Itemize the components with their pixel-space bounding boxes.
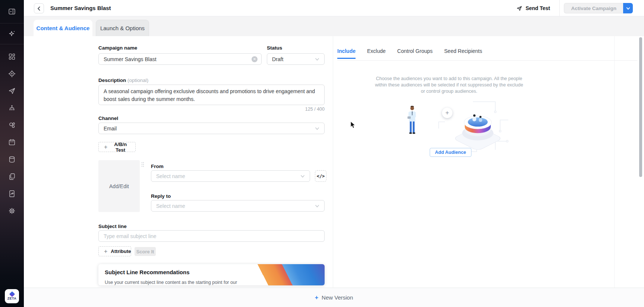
activate-campaign-button[interactable]: Activate Campaign bbox=[564, 3, 623, 13]
panel-divider bbox=[333, 36, 333, 288]
campaign-name-input[interactable] bbox=[98, 53, 262, 65]
left-sidebar: ZETA bbox=[0, 0, 24, 307]
send-test-button[interactable]: Send Test bbox=[516, 0, 550, 16]
topbar-divider bbox=[559, 0, 560, 16]
report-icon[interactable] bbox=[8, 190, 16, 198]
from-select[interactable]: Select name bbox=[151, 170, 310, 182]
subject-recommendations-card[interactable]: Subject Line Recommendations Use your cu… bbox=[98, 264, 325, 285]
app-window: ZETA Summer Savings Blast Send Test Acti… bbox=[0, 0, 644, 307]
chevron-down-icon bbox=[315, 57, 319, 61]
send-test-label: Send Test bbox=[525, 5, 550, 11]
new-version-label: New Version bbox=[322, 294, 353, 301]
clear-input-icon[interactable]: ✕ bbox=[252, 56, 258, 62]
tab-strip: Content & Audience Launch & Options bbox=[24, 16, 644, 36]
status-value: Draft bbox=[272, 56, 283, 62]
attribute-label: Attribute bbox=[111, 249, 131, 254]
hierarchy-icon[interactable] bbox=[8, 104, 16, 112]
chevron-left-icon bbox=[37, 6, 41, 11]
channel-select[interactable]: Email bbox=[98, 123, 325, 134]
activate-campaign-split-button: Activate Campaign bbox=[564, 3, 633, 13]
chevron-down-icon bbox=[315, 126, 319, 131]
score-it-button-wrap: Score It bbox=[135, 247, 156, 256]
personalization-code-button[interactable]: </> bbox=[315, 170, 326, 182]
subject-line-label: Subject line bbox=[98, 224, 127, 229]
tab-exclude[interactable]: Exclude bbox=[367, 48, 386, 59]
scroll-gutter-line bbox=[614, 36, 615, 288]
target-icon[interactable] bbox=[8, 70, 16, 78]
audiences-icon[interactable] bbox=[8, 121, 16, 129]
attribute-button-wrap: + Attribute bbox=[98, 246, 131, 256]
send-icon[interactable] bbox=[8, 87, 16, 95]
abn-test-label: A/B/n Test bbox=[111, 142, 130, 153]
vertical-scrollbar[interactable] bbox=[639, 37, 642, 177]
add-edit-content-tile[interactable]: Add/Edit bbox=[98, 160, 140, 212]
activate-dropdown-button[interactable] bbox=[623, 3, 633, 13]
gradient-art bbox=[252, 264, 325, 285]
recommendations-title: Subject Line Recommendations bbox=[105, 269, 190, 275]
audience-tabs: Include Exclude Control Groups Seed Reci… bbox=[337, 48, 637, 61]
add-plus-icon[interactable]: + bbox=[442, 108, 452, 118]
plus-icon: + bbox=[104, 248, 107, 255]
chevron-down-icon bbox=[300, 174, 305, 178]
settings-icon[interactable] bbox=[8, 207, 16, 215]
plus-icon: + bbox=[104, 144, 107, 151]
top-bar: Summer Savings Blast Send Test Activate … bbox=[24, 0, 644, 16]
reply-to-select[interactable]: Select name bbox=[151, 200, 325, 212]
person-illustration bbox=[406, 105, 418, 136]
tab-include[interactable]: Include bbox=[337, 48, 356, 59]
main-content: Campaign name ✕ Status Draft Description… bbox=[24, 36, 644, 288]
dashboard-icon[interactable] bbox=[8, 53, 16, 61]
status-select[interactable]: Draft bbox=[267, 53, 325, 65]
description-label: Description (optional) bbox=[98, 77, 148, 83]
subject-line-input[interactable] bbox=[98, 230, 325, 242]
channel-label: Channel bbox=[98, 115, 118, 121]
zeta-logo[interactable]: ZETA bbox=[5, 289, 19, 303]
add-edit-label: Add/Edit bbox=[109, 183, 129, 189]
zeta-diamond-icon bbox=[9, 291, 15, 297]
back-button[interactable] bbox=[34, 3, 44, 13]
ai-sparkle-icon[interactable] bbox=[8, 30, 16, 38]
collapse-panel-icon[interactable] bbox=[8, 7, 16, 16]
attribute-button[interactable]: + Attribute bbox=[98, 246, 131, 256]
description-textarea[interactable]: A seasonal campaign offering exclusive d… bbox=[98, 85, 325, 105]
plus-icon: + bbox=[315, 294, 318, 301]
optional-hint: (optional) bbox=[127, 77, 148, 83]
status-label: Status bbox=[267, 45, 282, 51]
add-audience-button[interactable]: Add Audience bbox=[430, 148, 471, 157]
audience-description: Choose the audiences you want to add to … bbox=[375, 76, 524, 95]
channel-value: Email bbox=[104, 126, 117, 132]
campaign-name-field-wrap: ✕ bbox=[98, 53, 262, 65]
mouse-cursor bbox=[350, 121, 356, 129]
subject-field-wrap bbox=[98, 230, 325, 242]
tab-launch-options[interactable]: Launch & Options bbox=[96, 20, 149, 36]
chevron-down-icon bbox=[315, 204, 319, 208]
new-version-bar[interactable]: + New Version bbox=[24, 288, 644, 307]
calendar-icon[interactable] bbox=[8, 138, 16, 146]
copy-icon[interactable] bbox=[8, 173, 16, 181]
drag-handle-icon[interactable] bbox=[141, 162, 144, 168]
tab-seed-recipients[interactable]: Seed Recipients bbox=[444, 48, 482, 59]
reply-to-label: Reply to bbox=[151, 193, 171, 199]
abn-test-button[interactable]: + A/B/n Test bbox=[98, 142, 136, 152]
abn-test-button-wrap: + A/B/n Test bbox=[98, 142, 136, 152]
tab-control-groups[interactable]: Control Groups bbox=[397, 48, 433, 59]
paper-plane-icon bbox=[516, 5, 523, 12]
from-label: From bbox=[151, 164, 164, 169]
code-button-wrap: </> bbox=[315, 170, 326, 182]
page-title: Summer Savings Blast bbox=[50, 0, 111, 16]
char-counter: 125 / 400 bbox=[270, 107, 325, 112]
score-it-button[interactable]: Score It bbox=[135, 247, 156, 256]
zeta-logo-label: ZETA bbox=[7, 297, 16, 300]
recommendations-subtext: Use your current subject line content as… bbox=[105, 279, 246, 285]
chevron-down-icon bbox=[626, 6, 630, 10]
campaign-name-label: Campaign name bbox=[98, 45, 137, 51]
from-placeholder: Select name bbox=[156, 173, 185, 179]
data-icon[interactable] bbox=[8, 155, 16, 164]
tab-content-audience[interactable]: Content & Audience bbox=[34, 20, 92, 36]
reply-to-placeholder: Select name bbox=[156, 203, 185, 209]
